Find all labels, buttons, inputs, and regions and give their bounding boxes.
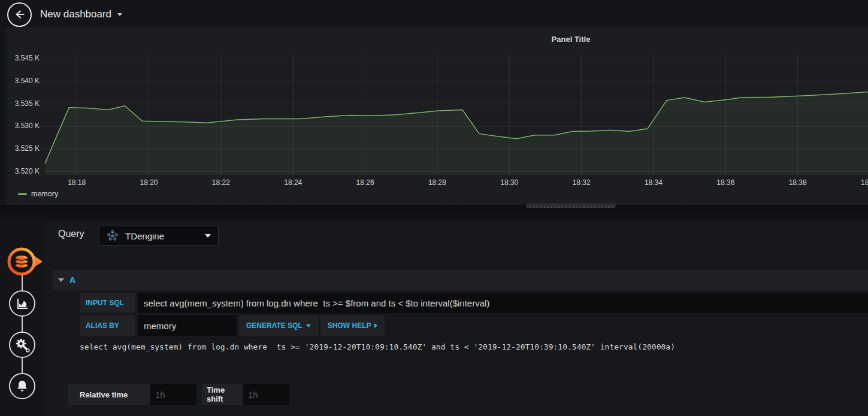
panel: Panel Title memory 18:1818:2018:2218:241… [6, 27, 868, 205]
generate-sql-button[interactable]: GENERATE SQL [239, 315, 318, 336]
graph-icon [14, 295, 31, 312]
query-section-label: Query [58, 229, 84, 239]
x-axis-tick: 18:22 [212, 178, 230, 187]
chart-svg[interactable] [41, 54, 868, 175]
panel-gap [0, 205, 868, 220]
x-axis-tick: 18:34 [645, 178, 663, 187]
database-icon [4, 245, 44, 278]
relative-time-group: Relative time [68, 384, 196, 405]
back-button[interactable] [7, 2, 32, 27]
tab-alert[interactable] [9, 373, 35, 399]
legend-label: memory [31, 190, 58, 198]
alias-by-field[interactable] [138, 315, 237, 336]
relative-time-label: Relative time [68, 384, 150, 405]
tab-general[interactable] [9, 332, 35, 358]
panel-title[interactable]: Panel Title [552, 35, 591, 44]
query-options-row: Relative time Time shift [68, 384, 289, 405]
y-axis-tick: 3.520 K [8, 167, 40, 175]
y-axis-tick: 3.540 K [8, 77, 40, 85]
x-axis-tick: 18:38 [789, 178, 807, 187]
gear-wrench-icon [14, 336, 31, 353]
x-axis-tick: 18:18 [68, 178, 86, 187]
show-help-label: SHOW HELP [328, 321, 371, 330]
x-axis-tick: 18:40 [861, 178, 868, 187]
x-axis-tick: 18:24 [284, 178, 302, 187]
time-shift-group: Time shift [202, 384, 289, 405]
dashboard-title: New dashboard [40, 8, 111, 20]
chevron-down-icon [306, 324, 311, 327]
tab-queries[interactable] [4, 245, 44, 281]
input-sql-label: INPUT SQL [80, 293, 135, 313]
input-sql-field[interactable] [138, 293, 868, 313]
input-sql-row: INPUT SQL [80, 293, 868, 313]
panel-resize-handle[interactable] [526, 204, 616, 208]
query-ref-id: A [69, 275, 75, 285]
alias-by-label: ALIAS BY [80, 315, 135, 336]
x-axis-tick: 18:30 [500, 178, 518, 187]
generated-sql-text: select avg(mem_system) from log.dn where… [80, 342, 675, 351]
x-axis-tick: 18:20 [140, 178, 158, 187]
y-axis-tick: 3.525 K [8, 144, 40, 153]
collapse-icon [58, 278, 64, 282]
chevron-right-icon [374, 323, 377, 328]
x-axis-tick: 18:26 [356, 178, 374, 187]
x-axis-tick: 18:28 [428, 178, 446, 187]
legend-item[interactable]: memory [18, 190, 58, 198]
chevron-down-icon [117, 13, 122, 16]
x-axis-tick: 18:36 [716, 178, 734, 187]
time-shift-label: Time shift [202, 384, 243, 405]
alias-by-row: ALIAS BY GENERATE SQL SHOW HELP [80, 315, 385, 336]
time-shift-input[interactable] [243, 384, 289, 405]
relative-time-input[interactable] [150, 384, 196, 405]
datasource-picker[interactable]: TDengine [99, 226, 219, 246]
grafana-edit-screen: New dashboard Panel Title memory 18:1818… [0, 0, 868, 416]
dashboard-title-menu[interactable]: New dashboard [40, 8, 122, 20]
y-axis-tick: 3.535 K [8, 99, 40, 108]
chevron-down-icon [205, 234, 211, 238]
tab-visualization[interactable] [9, 290, 35, 317]
back-arrow-icon [13, 8, 26, 21]
topbar: New dashboard [0, 0, 868, 29]
query-row-header[interactable]: A [53, 270, 868, 290]
tdengine-icon [107, 230, 119, 242]
datasource-name: TDengine [125, 231, 164, 241]
bell-icon [14, 378, 31, 394]
generate-sql-label: GENERATE SQL [246, 321, 303, 330]
legend-swatch [18, 193, 27, 195]
show-help-button[interactable]: SHOW HELP [320, 315, 385, 336]
y-axis-tick: 3.545 K [8, 54, 40, 62]
x-axis-tick: 18:32 [573, 178, 591, 187]
y-axis-tick: 3.530 K [8, 122, 40, 130]
